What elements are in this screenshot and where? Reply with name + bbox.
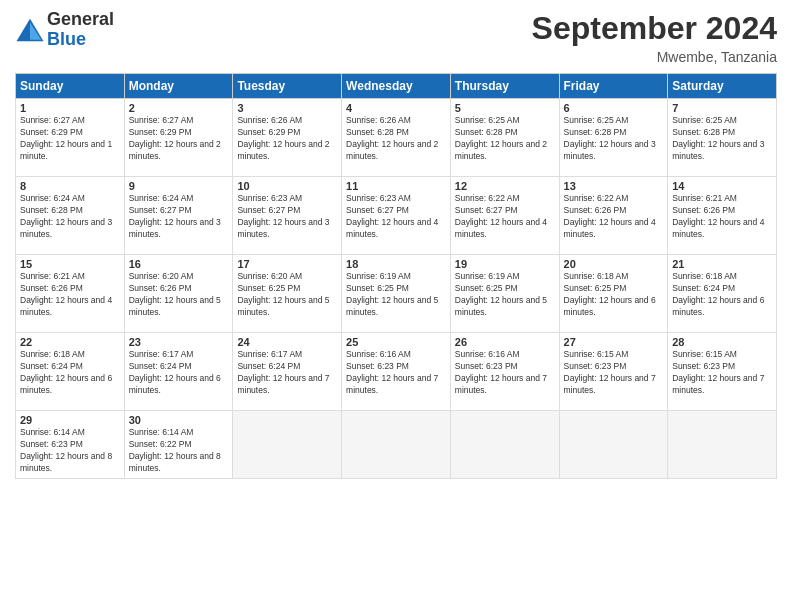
calendar-cell: 15Sunrise: 6:21 AMSunset: 6:26 PMDayligh… (16, 255, 125, 333)
calendar-cell: 20Sunrise: 6:18 AMSunset: 6:25 PMDayligh… (559, 255, 668, 333)
day-info: Sunrise: 6:23 AMSunset: 6:27 PMDaylight:… (237, 193, 337, 241)
day-info: Sunrise: 6:25 AMSunset: 6:28 PMDaylight:… (455, 115, 555, 163)
logo-text: General Blue (47, 10, 114, 50)
calendar-cell: 29Sunrise: 6:14 AMSunset: 6:23 PMDayligh… (16, 411, 125, 479)
calendar-cell: 14Sunrise: 6:21 AMSunset: 6:26 PMDayligh… (668, 177, 777, 255)
day-number: 13 (564, 180, 664, 192)
calendar-cell: 19Sunrise: 6:19 AMSunset: 6:25 PMDayligh… (450, 255, 559, 333)
day-info: Sunrise: 6:19 AMSunset: 6:25 PMDaylight:… (455, 271, 555, 319)
calendar-cell: 30Sunrise: 6:14 AMSunset: 6:22 PMDayligh… (124, 411, 233, 479)
day-number: 14 (672, 180, 772, 192)
day-header-wednesday: Wednesday (342, 74, 451, 99)
day-number: 10 (237, 180, 337, 192)
day-info: Sunrise: 6:18 AMSunset: 6:25 PMDaylight:… (564, 271, 664, 319)
day-info: Sunrise: 6:16 AMSunset: 6:23 PMDaylight:… (346, 349, 446, 397)
calendar-header-row: SundayMondayTuesdayWednesdayThursdayFrid… (16, 74, 777, 99)
day-number: 4 (346, 102, 446, 114)
day-number: 2 (129, 102, 229, 114)
logo: General Blue (15, 10, 114, 50)
calendar-cell: 16Sunrise: 6:20 AMSunset: 6:26 PMDayligh… (124, 255, 233, 333)
day-number: 8 (20, 180, 120, 192)
calendar-cell: 27Sunrise: 6:15 AMSunset: 6:23 PMDayligh… (559, 333, 668, 411)
day-info: Sunrise: 6:16 AMSunset: 6:23 PMDaylight:… (455, 349, 555, 397)
day-number: 9 (129, 180, 229, 192)
calendar-cell: 2Sunrise: 6:27 AMSunset: 6:29 PMDaylight… (124, 99, 233, 177)
calendar-cell (233, 411, 342, 479)
day-number: 25 (346, 336, 446, 348)
day-info: Sunrise: 6:25 AMSunset: 6:28 PMDaylight:… (564, 115, 664, 163)
logo-icon (15, 15, 45, 45)
day-number: 15 (20, 258, 120, 270)
day-number: 28 (672, 336, 772, 348)
day-number: 21 (672, 258, 772, 270)
calendar-cell: 24Sunrise: 6:17 AMSunset: 6:24 PMDayligh… (233, 333, 342, 411)
day-header-sunday: Sunday (16, 74, 125, 99)
calendar-cell (450, 411, 559, 479)
day-info: Sunrise: 6:18 AMSunset: 6:24 PMDaylight:… (20, 349, 120, 397)
day-number: 17 (237, 258, 337, 270)
calendar-week-1: 1Sunrise: 6:27 AMSunset: 6:29 PMDaylight… (16, 99, 777, 177)
calendar-week-5: 29Sunrise: 6:14 AMSunset: 6:23 PMDayligh… (16, 411, 777, 479)
header: General Blue September 2024 Mwembe, Tanz… (15, 10, 777, 65)
day-header-tuesday: Tuesday (233, 74, 342, 99)
calendar-cell: 13Sunrise: 6:22 AMSunset: 6:26 PMDayligh… (559, 177, 668, 255)
day-info: Sunrise: 6:15 AMSunset: 6:23 PMDaylight:… (672, 349, 772, 397)
day-info: Sunrise: 6:17 AMSunset: 6:24 PMDaylight:… (237, 349, 337, 397)
day-header-saturday: Saturday (668, 74, 777, 99)
calendar-cell (559, 411, 668, 479)
calendar-week-4: 22Sunrise: 6:18 AMSunset: 6:24 PMDayligh… (16, 333, 777, 411)
day-number: 20 (564, 258, 664, 270)
logo-blue: Blue (47, 29, 86, 49)
day-info: Sunrise: 6:18 AMSunset: 6:24 PMDaylight:… (672, 271, 772, 319)
day-info: Sunrise: 6:25 AMSunset: 6:28 PMDaylight:… (672, 115, 772, 163)
day-number: 16 (129, 258, 229, 270)
calendar-cell: 1Sunrise: 6:27 AMSunset: 6:29 PMDaylight… (16, 99, 125, 177)
day-number: 24 (237, 336, 337, 348)
location-title: Mwembe, Tanzania (532, 49, 777, 65)
calendar-cell: 8Sunrise: 6:24 AMSunset: 6:28 PMDaylight… (16, 177, 125, 255)
day-header-thursday: Thursday (450, 74, 559, 99)
calendar-cell (668, 411, 777, 479)
calendar-cell: 21Sunrise: 6:18 AMSunset: 6:24 PMDayligh… (668, 255, 777, 333)
logo-general: General (47, 9, 114, 29)
day-info: Sunrise: 6:14 AMSunset: 6:23 PMDaylight:… (20, 427, 120, 475)
day-info: Sunrise: 6:17 AMSunset: 6:24 PMDaylight:… (129, 349, 229, 397)
day-info: Sunrise: 6:26 AMSunset: 6:28 PMDaylight:… (346, 115, 446, 163)
day-info: Sunrise: 6:19 AMSunset: 6:25 PMDaylight:… (346, 271, 446, 319)
day-info: Sunrise: 6:23 AMSunset: 6:27 PMDaylight:… (346, 193, 446, 241)
calendar-cell: 4Sunrise: 6:26 AMSunset: 6:28 PMDaylight… (342, 99, 451, 177)
day-header-monday: Monday (124, 74, 233, 99)
calendar-cell: 5Sunrise: 6:25 AMSunset: 6:28 PMDaylight… (450, 99, 559, 177)
month-title: September 2024 (532, 10, 777, 47)
calendar-cell: 9Sunrise: 6:24 AMSunset: 6:27 PMDaylight… (124, 177, 233, 255)
day-info: Sunrise: 6:14 AMSunset: 6:22 PMDaylight:… (129, 427, 229, 475)
calendar-cell: 23Sunrise: 6:17 AMSunset: 6:24 PMDayligh… (124, 333, 233, 411)
calendar-cell: 17Sunrise: 6:20 AMSunset: 6:25 PMDayligh… (233, 255, 342, 333)
calendar-week-2: 8Sunrise: 6:24 AMSunset: 6:28 PMDaylight… (16, 177, 777, 255)
day-info: Sunrise: 6:21 AMSunset: 6:26 PMDaylight:… (672, 193, 772, 241)
day-number: 3 (237, 102, 337, 114)
day-number: 29 (20, 414, 120, 426)
page: General Blue September 2024 Mwembe, Tanz… (0, 0, 792, 612)
calendar-cell: 6Sunrise: 6:25 AMSunset: 6:28 PMDaylight… (559, 99, 668, 177)
day-number: 1 (20, 102, 120, 114)
calendar-cell: 11Sunrise: 6:23 AMSunset: 6:27 PMDayligh… (342, 177, 451, 255)
day-info: Sunrise: 6:27 AMSunset: 6:29 PMDaylight:… (20, 115, 120, 163)
day-number: 26 (455, 336, 555, 348)
calendar-cell: 18Sunrise: 6:19 AMSunset: 6:25 PMDayligh… (342, 255, 451, 333)
day-number: 5 (455, 102, 555, 114)
day-number: 7 (672, 102, 772, 114)
day-info: Sunrise: 6:22 AMSunset: 6:27 PMDaylight:… (455, 193, 555, 241)
calendar-cell: 22Sunrise: 6:18 AMSunset: 6:24 PMDayligh… (16, 333, 125, 411)
calendar-cell: 12Sunrise: 6:22 AMSunset: 6:27 PMDayligh… (450, 177, 559, 255)
calendar-cell: 25Sunrise: 6:16 AMSunset: 6:23 PMDayligh… (342, 333, 451, 411)
day-info: Sunrise: 6:26 AMSunset: 6:29 PMDaylight:… (237, 115, 337, 163)
day-number: 30 (129, 414, 229, 426)
calendar-cell: 3Sunrise: 6:26 AMSunset: 6:29 PMDaylight… (233, 99, 342, 177)
day-number: 12 (455, 180, 555, 192)
calendar-cell: 10Sunrise: 6:23 AMSunset: 6:27 PMDayligh… (233, 177, 342, 255)
calendar-cell (342, 411, 451, 479)
calendar-cell: 7Sunrise: 6:25 AMSunset: 6:28 PMDaylight… (668, 99, 777, 177)
calendar-cell: 26Sunrise: 6:16 AMSunset: 6:23 PMDayligh… (450, 333, 559, 411)
title-block: September 2024 Mwembe, Tanzania (532, 10, 777, 65)
